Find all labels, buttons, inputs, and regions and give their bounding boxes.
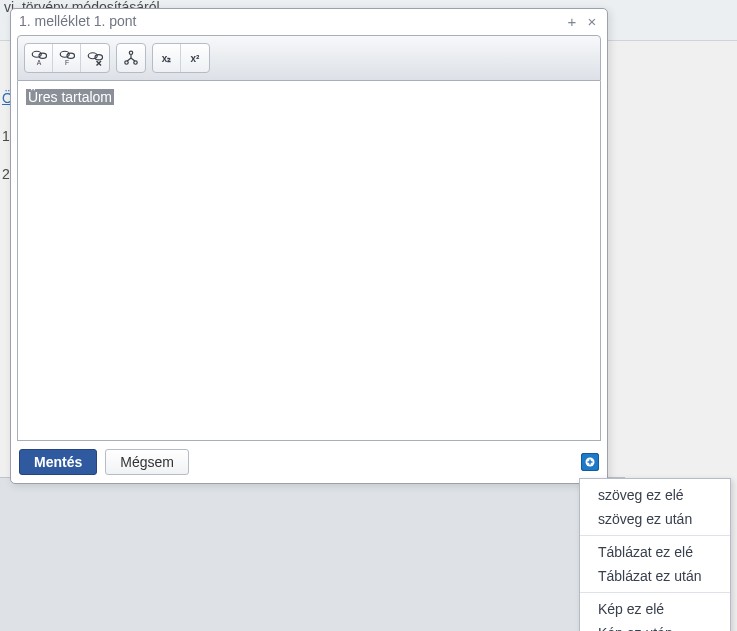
editor-content-area[interactable]: Üres tartalom: [17, 81, 601, 441]
menu-section-table: Táblázat ez elé Táblázat ez után: [580, 535, 730, 588]
abbr-remove-button[interactable]: [81, 44, 109, 72]
dialog-title: 1. melléklet 1. pont: [19, 13, 559, 29]
editor-dialog: 1. melléklet 1. pont + × A F: [10, 8, 608, 484]
menu-item-text-after[interactable]: szöveg ez után: [580, 507, 730, 531]
plus-circle-icon: [584, 456, 596, 468]
editor-toolbar: A F: [17, 35, 601, 81]
background-bottom-panel: [0, 477, 625, 631]
toolbar-group-structure: [116, 43, 146, 73]
menu-section-image: Kép ez elé Kép ez után: [580, 592, 730, 631]
menu-item-table-after[interactable]: Táblázat ez után: [580, 564, 730, 588]
abbr-remove-icon: [86, 49, 104, 67]
superscript-icon: x²: [191, 53, 200, 64]
abbr-a-button[interactable]: A: [25, 44, 53, 72]
insert-context-menu: szöveg ez elé szöveg ez után Táblázat ez…: [579, 478, 731, 631]
link-structure-icon: [122, 49, 140, 67]
svg-text:A: A: [36, 59, 41, 66]
dialog-titlebar[interactable]: 1. melléklet 1. pont + ×: [11, 9, 607, 31]
plus-icon[interactable]: +: [565, 14, 579, 28]
toolbar-group-abbrev: A F: [24, 43, 110, 73]
menu-item-text-before[interactable]: szöveg ez elé: [580, 483, 730, 507]
menu-item-image-after[interactable]: Kép ez után: [580, 621, 730, 631]
menu-item-table-before[interactable]: Táblázat ez elé: [580, 540, 730, 564]
subscript-icon: x₂: [162, 53, 172, 64]
abbr-a-icon: A: [30, 49, 48, 67]
menu-item-image-before[interactable]: Kép ez elé: [580, 597, 730, 621]
menu-section-text: szöveg ez elé szöveg ez után: [580, 483, 730, 531]
cancel-button[interactable]: Mégsem: [105, 449, 189, 475]
close-icon[interactable]: ×: [585, 14, 599, 28]
toolbar-group-scripts: x₂ x²: [152, 43, 210, 73]
svg-point-10: [129, 51, 132, 54]
insert-menu-button[interactable]: [581, 453, 599, 471]
abbr-f-button[interactable]: F: [53, 44, 81, 72]
link-structure-button[interactable]: [117, 44, 145, 72]
abbr-f-icon: F: [58, 49, 76, 67]
subscript-button[interactable]: x₂: [153, 44, 181, 72]
svg-text:F: F: [64, 59, 68, 66]
dialog-footer: Mentés Mégsem: [11, 441, 607, 483]
superscript-button[interactable]: x²: [181, 44, 209, 72]
editor-placeholder-selected[interactable]: Üres tartalom: [26, 89, 114, 105]
save-button[interactable]: Mentés: [19, 449, 97, 475]
